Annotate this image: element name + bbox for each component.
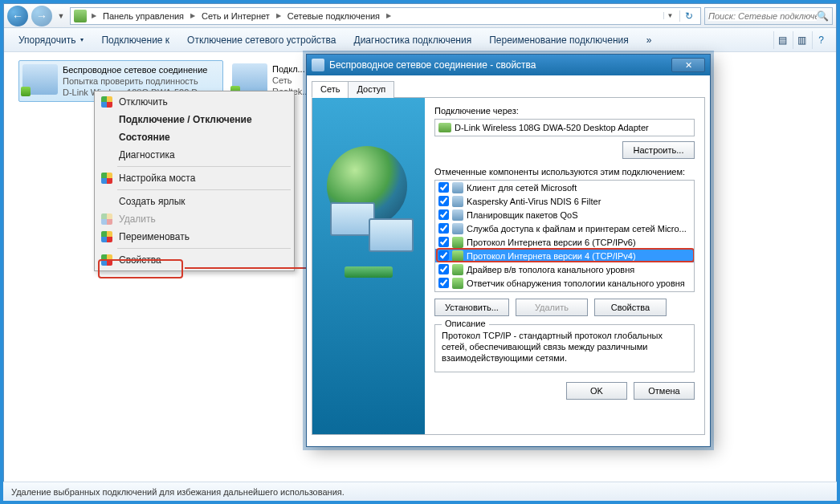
service-icon [452, 223, 463, 234]
breadcrumb-network-internet[interactable]: Сеть и Интернет [200, 11, 271, 21]
help-icon[interactable]: ? [812, 31, 830, 49]
components-label: Отмеченные компоненты используются этим … [434, 167, 695, 177]
diagnose-button[interactable]: Диагностика подключения [346, 31, 480, 49]
connect-via-label: Подключение через: [434, 106, 695, 116]
list-item[interactable]: Ответчик обнаружения топологии канальног… [435, 276, 694, 290]
ctx-disable[interactable]: Отключить [96, 93, 292, 111]
ctx-rename[interactable]: Переименовать [96, 228, 292, 246]
lan-adapter-icon [232, 63, 267, 94]
list-item[interactable]: Служба доступа к файлам и принтерам сете… [435, 222, 694, 235]
checkbox[interactable] [438, 264, 449, 274]
breadcrumb-network-connections[interactable]: Сетевые подключения [286, 11, 381, 21]
address-dropdown-icon[interactable]: ▼ [663, 12, 676, 19]
protocol-icon [452, 278, 463, 289]
nav-back-button[interactable]: ← [7, 6, 28, 26]
chevron-right-icon[interactable]: ▶ [90, 12, 98, 19]
dialog-titlebar[interactable]: Беспроводное сетевое соединение - свойст… [307, 55, 710, 75]
description-legend: Описание [442, 319, 489, 328]
rename-connection-button[interactable]: Переименование подключения [481, 31, 637, 49]
refresh-icon[interactable]: ↻ [679, 10, 697, 22]
nav-history-dropdown[interactable]: ▼ [55, 7, 67, 25]
client-icon [452, 182, 463, 193]
connection-status-text: Сеть [272, 75, 309, 86]
monitor-icon [369, 218, 414, 252]
protocol-icon [452, 237, 463, 248]
checkbox[interactable] [438, 223, 449, 234]
toolbar-overflow[interactable]: » [638, 31, 660, 49]
tab-content: Подключение через: D-Link Wireless 108G … [425, 98, 704, 434]
description-group: Описание Протокол TCP/IP - стандартный п… [434, 324, 695, 372]
checkbox[interactable] [438, 196, 449, 206]
disable-device-button[interactable]: Отключение сетевого устройства [179, 31, 344, 49]
connection-status-text: Попытка проверить подлинность [63, 75, 210, 87]
ctx-delete: Удалить [96, 210, 292, 228]
preview-pane-icon[interactable]: ▥ [793, 31, 810, 49]
address-bar[interactable]: ▶ Панель управления ▶ Сеть и Интернет ▶ … [70, 7, 701, 25]
adapter-name: D-Link Wireless 108G DWA-520 Desktop Ada… [455, 123, 649, 132]
checkbox[interactable] [438, 209, 449, 220]
shield-icon [101, 173, 112, 184]
content-area: Беспроводное сетевое соединение Попытка … [4, 52, 836, 476]
dialog-sidebar-art [312, 98, 425, 434]
adapter-field: D-Link Wireless 108G DWA-520 Desktop Ada… [434, 119, 695, 136]
checkbox[interactable] [438, 278, 449, 288]
menu-separator [117, 166, 291, 167]
list-item[interactable]: Клиент для сетей Microsoft [435, 181, 694, 194]
shield-icon [101, 231, 112, 242]
nav-forward-button[interactable]: → [31, 6, 52, 26]
tab-strip: Сеть Доступ [312, 80, 705, 98]
uninstall-button: Удалить [516, 299, 588, 316]
search-input[interactable] [708, 11, 817, 21]
status-bar: Удаление выбранных подключений для избеж… [3, 482, 837, 501]
tab-access[interactable]: Доступ [348, 81, 394, 98]
shield-icon [101, 96, 112, 108]
close-button[interactable]: ✕ [671, 58, 705, 72]
properties-button[interactable]: Свойства [594, 299, 667, 316]
breadcrumb-control-panel[interactable]: Панель управления [101, 11, 186, 21]
protocol-icon [452, 264, 463, 275]
components-list[interactable]: Клиент для сетей Microsoft Kaspersky Ant… [434, 180, 695, 292]
ok-button[interactable]: OK [566, 382, 627, 400]
connect-to-button[interactable]: Подключение к [93, 31, 177, 49]
list-item[interactable]: Планировщик пакетов QoS [435, 208, 694, 222]
cancel-button[interactable]: Отмена [634, 382, 695, 400]
checkbox[interactable] [438, 237, 449, 247]
adapter-icon [312, 59, 324, 71]
checkbox[interactable] [438, 250, 449, 261]
organize-menu[interactable]: Упорядочить [10, 31, 92, 49]
tab-network[interactable]: Сеть [312, 81, 349, 98]
properties-dialog: Беспроводное сетевое соединение - свойст… [306, 54, 711, 447]
chevron-right-icon[interactable]: ▶ [189, 12, 197, 19]
menu-separator [117, 189, 291, 190]
context-menu: Отключить Подключение / Отключение Состо… [94, 91, 295, 271]
command-bar: Упорядочить Подключение к Отключение сет… [4, 28, 836, 52]
chevron-right-icon[interactable]: ▶ [275, 12, 283, 19]
status-text: Удаление выбранных подключений для избеж… [11, 487, 345, 497]
wireless-adapter-icon [22, 64, 58, 95]
ctx-bridge[interactable]: Настройка моста [96, 169, 292, 187]
service-icon [452, 196, 463, 207]
checkbox[interactable] [438, 182, 449, 193]
tab-panel: Подключение через: D-Link Wireless 108G … [312, 98, 705, 435]
search-icon[interactable]: 🔍 [817, 10, 829, 22]
install-button[interactable]: Установить... [434, 299, 509, 316]
protocol-icon [452, 250, 463, 262]
menu-separator [117, 248, 291, 249]
view-options-icon[interactable]: ▤ [773, 31, 791, 49]
configure-button[interactable]: Настроить... [622, 141, 695, 159]
list-item[interactable]: Драйвер в/в тополога канального уровня [435, 262, 694, 276]
location-icon [74, 10, 87, 22]
ctx-diagnose[interactable]: Диагностика [96, 146, 292, 164]
ctx-connect-disconnect[interactable]: Подключение / Отключение [96, 111, 292, 128]
search-box[interactable]: 🔍 [704, 7, 833, 25]
list-item-ipv4[interactable]: Протокол Интернета версии 4 (TCP/IPv4) [435, 249, 694, 262]
chevron-right-icon[interactable]: ▶ [385, 12, 393, 19]
ctx-create-shortcut[interactable]: Создать ярлык [96, 193, 292, 210]
ctx-status[interactable]: Состояние [96, 128, 292, 146]
description-text: Протокол TCP/IP - стандартный протокол г… [442, 330, 687, 364]
service-icon [452, 209, 463, 221]
list-item[interactable]: Kaspersky Anti-Virus NDIS 6 Filter [435, 194, 694, 208]
connection-title: Беспроводное сетевое соединение [63, 64, 210, 75]
ctx-properties[interactable]: Свойства [96, 251, 292, 269]
list-item[interactable]: Протокол Интернета версии 6 (TCP/IPv6) [435, 235, 694, 249]
